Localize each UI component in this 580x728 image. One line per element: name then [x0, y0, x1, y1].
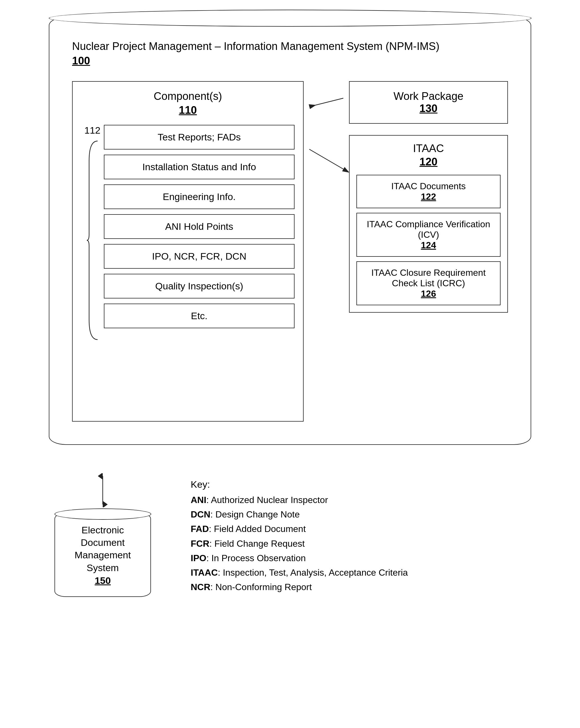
- key-fad-def: Field Added Document: [214, 524, 306, 534]
- key-itaac-def: Inspection, Test, Analysis, Acceptance C…: [223, 567, 408, 578]
- main-cylinder: Nuclear Project Management – Information…: [49, 17, 531, 445]
- components-column: Component(s) 110 112 Test Reports; FA: [72, 81, 304, 422]
- key-fcr-abbr: FCR: [191, 539, 209, 549]
- key-fad-sep: :: [209, 524, 214, 534]
- itaac-outer-box: ITAAC 120 ITAAC Documents 122 ITAAC Comp…: [349, 135, 508, 313]
- itaac-number: 120: [356, 156, 501, 168]
- key-ipo: IPO: In Process Observation: [191, 551, 531, 566]
- cylinder-title: Nuclear Project Management – Information…: [72, 35, 508, 52]
- item-ipo-ncr: IPO, NCR, FCR, DCN: [104, 244, 295, 269]
- main-content: Component(s) 110 112 Test Reports; FA: [72, 81, 508, 422]
- itaac-icrc-box: ITAAC Closure Requirement Check List (IC…: [356, 261, 501, 305]
- key-fcr-def: Field Change Request: [215, 539, 305, 549]
- edms-title: Electronic Document Management System: [61, 524, 145, 574]
- key-ipo-abbr: IPO: [191, 553, 206, 563]
- key-ncr: NCR: Non-Conforming Report: [191, 580, 531, 594]
- page: Nuclear Project Management – Information…: [23, 17, 557, 709]
- key-ipo-def: In Process Observation: [211, 553, 306, 563]
- itaac-docs-box: ITAAC Documents 122: [356, 175, 501, 208]
- edms-drum: Electronic Document Management System 15…: [54, 513, 151, 597]
- key-col: Key: ANI: Authorized Nuclear Inspector D…: [191, 473, 531, 594]
- itaac-icrc-label: ITAAC Closure Requirement Check List (IC…: [371, 267, 485, 288]
- item-etc: Etc.: [104, 304, 295, 328]
- edms-col: Electronic Document Management System 15…: [49, 473, 157, 597]
- brace-col: 112: [81, 125, 104, 342]
- vertical-arrow-svg: [94, 473, 111, 507]
- key-itaac-sep: :: [218, 567, 223, 578]
- key-dcn-abbr: DCN: [191, 509, 210, 519]
- vertical-arrow: [94, 473, 111, 507]
- key-ncr-def: Non-Conforming Report: [216, 582, 312, 592]
- item-quality-inspection: Quality Inspection(s): [104, 274, 295, 298]
- key-ani-def: Authorized Nuclear Inspector: [211, 495, 328, 505]
- bottom-section: Electronic Document Management System 15…: [49, 473, 531, 597]
- itaac-docs-number: 122: [361, 191, 496, 202]
- components-number: 110: [81, 104, 295, 116]
- sub-items-area: 112 Test Reports; FADs Installation Stat…: [81, 125, 295, 342]
- item-engineering-info: Engineering Info.: [104, 184, 295, 209]
- key-ncr-abbr: NCR: [191, 582, 210, 592]
- itaac-icrc-number: 126: [361, 289, 496, 299]
- svg-line-2: [309, 98, 343, 107]
- key-ani-sep: :: [206, 495, 211, 505]
- key-ipo-sep: :: [206, 553, 211, 563]
- key-fad-abbr: FAD: [191, 524, 209, 534]
- items-col: Test Reports; FADs Installation Status a…: [104, 125, 295, 342]
- components-box: Component(s) 110 112 Test Reports; FA: [72, 81, 304, 422]
- key-itaac: ITAAC: Inspection, Test, Analysis, Accep…: [191, 566, 531, 580]
- work-package-box: Work Package 130: [349, 81, 508, 124]
- key-ncr-sep: :: [210, 582, 216, 592]
- components-title: Component(s): [81, 90, 295, 102]
- item-ani-hold-points: ANI Hold Points: [104, 214, 295, 239]
- brace-svg: [86, 138, 100, 342]
- key-fad: FAD: Field Added Document: [191, 522, 531, 536]
- key-ani: ANI: Authorized Nuclear Inspector: [191, 493, 531, 507]
- svg-line-3: [309, 149, 343, 169]
- itaac-icv-number: 124: [361, 240, 496, 251]
- key-heading: Key:: [191, 479, 531, 490]
- edms-number: 150: [61, 575, 145, 586]
- arrows-svg: [304, 81, 349, 422]
- work-package-number: 130: [356, 102, 501, 114]
- work-package-title: Work Package: [394, 90, 463, 102]
- cylinder-number: 100: [72, 55, 508, 67]
- item-installation-status: Installation Status and Info: [104, 155, 295, 179]
- key-fcr-sep: :: [209, 539, 215, 549]
- itaac-title: ITAAC: [356, 142, 501, 155]
- item-test-reports: Test Reports; FADs: [104, 125, 295, 150]
- key-itaac-abbr: ITAAC: [191, 567, 218, 578]
- key-dcn-sep: :: [210, 509, 216, 519]
- itaac-docs-label: ITAAC Documents: [391, 181, 466, 191]
- key-ani-abbr: ANI: [191, 495, 206, 505]
- itaac-icv-label: ITAAC Compliance Verification (ICV): [367, 219, 490, 240]
- brace-label: 112: [84, 125, 100, 136]
- key-dcn: DCN: Design Change Note: [191, 507, 531, 522]
- key-dcn-def: Design Change Note: [216, 509, 300, 519]
- right-column: Work Package 130 ITAAC 120 ITAAC Documen…: [349, 81, 508, 313]
- itaac-icv-box: ITAAC Compliance Verification (ICV) 124: [356, 213, 501, 257]
- key-fcr: FCR: Field Change Request: [191, 537, 531, 551]
